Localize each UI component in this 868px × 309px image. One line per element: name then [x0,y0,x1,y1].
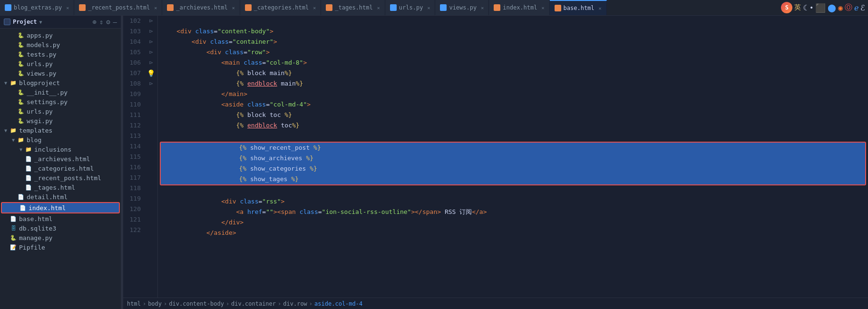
html-file-icon: 📄 [10,215,17,222]
sidebar-item-base-html[interactable]: 📄 base.html [0,214,121,223]
html-file-icon: 📄 [25,155,32,163]
line-num: 117 [125,173,141,183]
close-icon[interactable]: ✕ [481,5,484,10]
sidebar-item-inclusions[interactable]: ▼ 📁 inclusions [0,145,121,154]
sidebar-item-models-py[interactable]: 🐍 models.py [0,40,121,49]
sidebar-item-detail-html[interactable]: 📄 detail.html [0,192,121,202]
file-label: urls.py [27,60,53,68]
close-icon[interactable]: ✕ [542,5,545,10]
breadcrumb-container[interactable]: div.container [231,300,276,307]
html-icon [555,5,561,11]
breadcrumb-sep: › [309,300,312,307]
code-line-119: <div class="rss"> [158,196,868,207]
html-file-icon: 📄 [25,183,32,191]
tab-base-html[interactable]: base.html ✕ [550,0,607,15]
html-file-icon: 📄 [25,164,32,172]
close-icon[interactable]: ✕ [377,5,380,10]
file-label: db.sqlite3 [19,225,56,232]
tab-label: urls.py [399,4,423,11]
code-editor[interactable]: <div class="content-body"> <div class="c… [158,16,868,298]
file-tree: 🐍 apps.py 🐍 models.py 🐍 tests.py 🐍 urls.… [0,29,121,309]
line-num: 120 [125,204,141,214]
tab-blog-extras-py[interactable]: blog_extras.py ✕ [0,0,74,15]
close-icon[interactable]: ✕ [154,5,157,10]
py-file-icon: 🐍 [17,69,25,77]
sidebar-item-db[interactable]: 🗄 db.sqlite3 [0,223,121,233]
tab-categories-html[interactable]: _categories.html ✕ [240,0,322,15]
sidebar-header: Project ▼ ⊕ ⇕ ⚙ — [0,16,121,29]
py-file-icon: 🐍 [17,107,25,115]
sidebar-item-wsgi-py[interactable]: 🐍 wsgi.py [0,116,121,126]
py-file-icon: 🐍 [17,98,25,106]
sidebar-item-urls2-py[interactable]: 🐍 urls.py [0,106,121,116]
sidebar-item-manage-py[interactable]: 🐍 manage.py [0,233,121,242]
close-icon[interactable]: ✕ [427,5,430,10]
line-num: 103 [125,26,141,37]
browser-icon: ⬛ [815,3,826,13]
file-label: settings.py [27,98,68,106]
file-label: manage.py [19,234,52,241]
dropdown-icon[interactable]: ▼ [39,19,42,25]
sidebar-title: Project ▼ [4,19,42,25]
sidebar-item-tages-html[interactable]: 📄 _tages.html [0,183,121,192]
line-num: 116 [125,162,141,173]
folder-icon: 📁 [10,79,17,87]
sidebar-item-archieves-html[interactable]: 📄 _archieves.html [0,154,121,164]
sidebar-item-blogproject[interactable]: ▼ 📁 blogproject [0,78,121,87]
txt-file-icon: 📝 [10,243,17,251]
tab-archieves-html[interactable]: _archieves.html ✕ [162,0,240,15]
py-file-icon: 🐍 [17,31,25,39]
close-icon[interactable]: ✕ [66,5,69,10]
tab-label: _archieves.html [176,4,227,11]
tab-label: _recent_posts.html [88,4,150,11]
minimize-icon[interactable]: — [113,18,117,26]
project-title-label: Project [13,19,37,25]
sidebar-item-blog[interactable]: ▼ 📁 blog [0,135,121,145]
tab-recent-posts-html[interactable]: _recent_posts.html ✕ [74,0,162,15]
add-file-icon[interactable]: ⊕ [92,18,96,26]
sidebar-item-pipfile[interactable]: 📝 Pipfile [0,242,121,252]
sidebar-item-templates[interactable]: ▼ 📁 templates [0,126,121,135]
file-label: views.py [27,70,57,77]
db-file-icon: 🗄 [10,224,17,232]
main-area: Project ▼ ⊕ ⇕ ⚙ — 🐍 apps.py 🐍 models.py [0,16,868,309]
sidebar-item-init-py[interactable]: 🐍 __init__.py [0,87,121,97]
collapse-icon[interactable]: ⇕ [99,18,103,26]
html-icon [79,4,86,11]
close-icon[interactable]: ✕ [232,5,235,10]
file-label: tests.py [27,51,57,58]
sidebar-item-categories-html[interactable]: 📄 _categories.html [0,164,121,173]
html-file-icon: 📄 [19,204,27,212]
line-num: 114 [125,141,141,152]
breadcrumb-html[interactable]: html [127,300,141,307]
close-icon[interactable]: ✕ [599,6,602,11]
sidebar-item-views-py[interactable]: 🐍 views.py [0,68,121,78]
sidebar-item-recent-posts-html[interactable]: 📄 _recent_posts.html [0,173,121,183]
sidebar-item-apps-py[interactable]: 🐍 apps.py [0,30,121,40]
sidebar-item-tests-py[interactable]: 🐍 tests.py [0,49,121,59]
code-line-109: </main> [158,89,868,99]
sidebar-item-urls-py[interactable]: 🐍 urls.py [0,59,121,68]
file-label: _tages.html [34,184,75,191]
code-line-115: {% show_archieves %} [161,153,865,164]
sidebar-item-settings-py[interactable]: 🐍 settings.py [0,97,121,106]
breadcrumb-aside[interactable]: aside.col-md-4 [314,300,362,307]
file-label: urls.py [27,108,53,115]
tab-tages-html[interactable]: _tages.html ✕ [321,0,385,15]
sidebar-item-index-html[interactable]: 📄 index.html [1,202,120,213]
code-line-102 [158,16,868,26]
line-num: 112 [125,120,141,131]
settings-icon[interactable]: ⚙ [106,18,110,26]
code-line-117: {% show_tages %} [161,174,865,184]
code-line-112: {% endblock toc%} [158,120,868,131]
line-num: 113 [125,131,141,141]
close-icon[interactable]: ✕ [313,5,316,10]
breadcrumb-content-body[interactable]: div.content-body [169,300,224,307]
tab-index-html[interactable]: index.html ✕ [489,0,549,15]
breadcrumb-body[interactable]: body [148,300,162,307]
editor-content[interactable]: 102 103 104 105 106 107 108 109 110 111 … [123,16,868,298]
tab-urls-py[interactable]: urls.py ✕ [385,0,436,15]
line-num: 111 [125,110,141,120]
breadcrumb-row[interactable]: div.row [283,300,307,307]
tab-views-py[interactable]: views.py ✕ [435,0,489,15]
